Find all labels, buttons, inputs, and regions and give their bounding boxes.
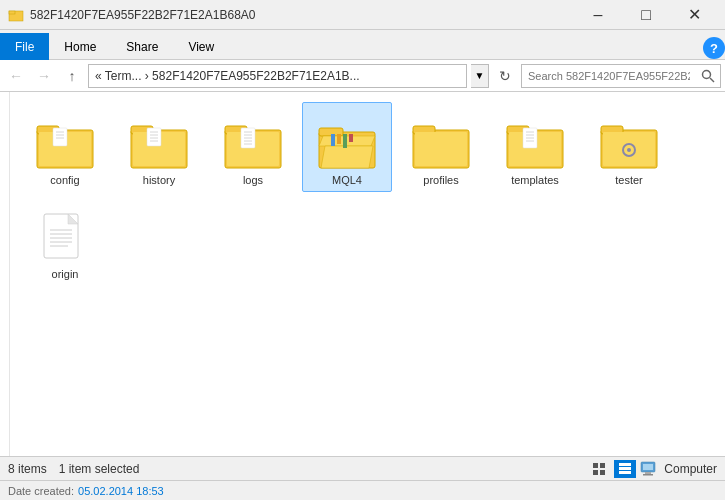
address-input[interactable]: « Term... › 582F1420F7EA955F22B2F71E2A1B… [88, 64, 467, 88]
folder-icon-templates [505, 118, 565, 170]
computer-label: Computer [664, 462, 717, 476]
main-area: config history [0, 92, 725, 456]
title-bar: 582F1420F7EA955F22B2F71E2A1B68A0 – □ ✕ [0, 0, 725, 30]
file-item-tester[interactable]: tester [584, 102, 674, 192]
svg-rect-60 [619, 463, 631, 466]
item-count: 8 items [8, 462, 47, 476]
svg-rect-57 [600, 463, 605, 468]
folder-icon-MQL4 [317, 118, 377, 170]
file-label-profiles: profiles [423, 174, 458, 187]
computer-area: Computer [640, 461, 717, 477]
file-item-history[interactable]: history [114, 102, 204, 192]
file-item-config[interactable]: config [20, 102, 110, 192]
file-label-origin: origin [52, 268, 79, 281]
up-button[interactable]: ↑ [60, 64, 84, 88]
svg-rect-56 [593, 463, 598, 468]
address-bar: ← → ↑ « Term... › 582F1420F7EA955F22B2F7… [0, 60, 725, 92]
window-controls: – □ ✕ [575, 0, 717, 30]
selected-count: 1 item selected [59, 462, 140, 476]
search-submit-button[interactable] [696, 64, 720, 88]
svg-rect-7 [53, 128, 67, 146]
help-button[interactable]: ? [703, 37, 725, 59]
svg-rect-61 [619, 467, 631, 470]
file-item-MQL4[interactable]: MQL4 [302, 102, 392, 192]
search-input[interactable] [522, 65, 696, 87]
svg-rect-65 [645, 472, 651, 474]
file-icon-origin [40, 212, 90, 264]
tab-share[interactable]: Share [111, 33, 173, 60]
svg-rect-1 [9, 11, 15, 14]
nav-pane [0, 92, 10, 456]
svg-rect-66 [643, 474, 653, 476]
folder-icon-tester [599, 118, 659, 170]
folder-icon-profiles [411, 118, 471, 170]
file-label-history: history [143, 174, 175, 187]
folder-icon-history [129, 118, 189, 170]
ribbon-tabs: File Home Share View ? [0, 30, 725, 60]
folder-icon-logs [223, 118, 283, 170]
status-bar: 8 items 1 item selected [0, 456, 725, 480]
refresh-button[interactable]: ↻ [493, 64, 517, 88]
view-tiles-button[interactable] [588, 460, 610, 478]
svg-rect-64 [643, 464, 653, 470]
file-item-profiles[interactable]: profiles [396, 102, 486, 192]
svg-rect-33 [349, 134, 353, 142]
file-label-templates: templates [511, 174, 559, 187]
computer-icon [640, 461, 660, 477]
info-value: 05.02.2014 18:53 [78, 485, 164, 497]
tab-file[interactable]: File [0, 33, 49, 60]
svg-rect-58 [593, 470, 598, 475]
forward-button[interactable]: → [32, 64, 56, 88]
app-icon [8, 7, 24, 23]
minimize-button[interactable]: – [575, 0, 621, 30]
file-area: config history [10, 92, 725, 456]
svg-point-2 [703, 70, 711, 78]
svg-rect-31 [337, 134, 341, 144]
svg-rect-30 [331, 134, 335, 146]
svg-rect-59 [600, 470, 605, 475]
file-item-logs[interactable]: logs [208, 102, 298, 192]
tab-home[interactable]: Home [49, 33, 111, 60]
svg-point-49 [627, 148, 631, 152]
status-right: Computer [588, 460, 717, 478]
file-label-logs: logs [243, 174, 263, 187]
maximize-button[interactable]: □ [623, 0, 669, 30]
file-label-config: config [50, 174, 79, 187]
svg-rect-36 [415, 132, 467, 166]
file-label-tester: tester [615, 174, 643, 187]
svg-rect-32 [343, 134, 347, 148]
back-button[interactable]: ← [4, 64, 28, 88]
file-item-templates[interactable]: templates [490, 102, 580, 192]
file-label-MQL4: MQL4 [332, 174, 362, 187]
close-button[interactable]: ✕ [671, 0, 717, 30]
info-label: Date created: [8, 485, 74, 497]
status-left: 8 items 1 item selected [8, 462, 139, 476]
address-dropdown[interactable]: ▼ [471, 64, 489, 88]
window-title: 582F1420F7EA955F22B2F71E2A1B68A0 [30, 8, 256, 22]
svg-rect-14 [147, 128, 161, 146]
view-details-button[interactable] [614, 460, 636, 478]
tab-view[interactable]: View [173, 33, 229, 60]
file-item-origin[interactable]: origin [20, 196, 110, 286]
search-box [521, 64, 721, 88]
info-bar: Date created: 05.02.2014 18:53 [0, 480, 725, 500]
svg-rect-62 [619, 471, 631, 474]
svg-line-3 [710, 78, 714, 82]
folder-icon-config [35, 118, 95, 170]
